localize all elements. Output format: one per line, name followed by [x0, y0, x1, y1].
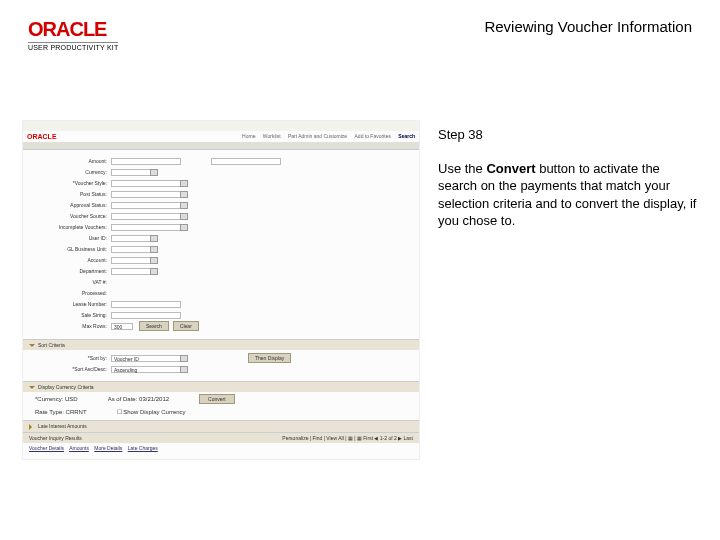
sel-incomplete[interactable]: [111, 224, 181, 231]
lbl-post: Post Status:: [35, 191, 111, 197]
dd-glbu-icon[interactable]: [150, 246, 158, 253]
val-ratetype: CRRNT: [66, 409, 87, 415]
ss-top-links: Home Worklist Part Admin and Customize A…: [232, 131, 419, 141]
lbl-lease: Lease Number:: [35, 301, 111, 307]
lbl-dept: Department:: [35, 268, 111, 274]
step-label: Step 38: [438, 126, 698, 144]
display-body: *Currency: USD As of Date: 03/21/2012 Co…: [23, 392, 419, 406]
ss-brand-row: ORACLE Home Worklist Part Admin and Cust…: [23, 131, 419, 142]
ss-oracle-logo: ORACLE: [23, 131, 61, 142]
dd-dept-icon[interactable]: [150, 268, 158, 275]
lbl-amount: Amount:: [35, 158, 111, 164]
tab-amounts[interactable]: Amounts: [69, 445, 89, 451]
step-text-bold: Convert: [486, 161, 535, 176]
dd-vstyle-icon[interactable]: [180, 180, 188, 187]
sel-sortby[interactable]: Voucher ID: [111, 355, 181, 362]
lbl-vsource: Voucher Source:: [35, 213, 111, 219]
ss-link-search[interactable]: Search: [398, 133, 415, 139]
display-body-2: Rate Type: CRRNT ☐ Show Display Currency: [23, 406, 419, 417]
instruction-panel: Step 38 Use the Convert button to activa…: [438, 120, 698, 460]
dd-incomplete-icon[interactable]: [180, 224, 188, 231]
val-disp-currency: USD: [65, 396, 78, 402]
header-bar: ORACLE USER PRODUCTIVITY KIT Reviewing V…: [28, 18, 692, 51]
page-title: Reviewing Voucher Information: [484, 18, 692, 35]
lbl-sale: Sale String:: [35, 312, 111, 318]
inp-dept[interactable]: [111, 268, 151, 275]
sort-body: *Sort by:Voucher ID Then Display *Sort A…: [23, 350, 419, 378]
sel-post[interactable]: [111, 191, 181, 198]
results-tabs: Voucher Details Amounts More Details Lat…: [23, 443, 419, 453]
inp-userid[interactable]: [111, 235, 151, 242]
step-text: Use the Convert button to activate the s…: [438, 160, 698, 230]
lbl-incomplete: Incomplete Vouchers:: [35, 224, 111, 230]
lbl-vat: VAT #:: [35, 279, 111, 285]
sect-display[interactable]: Display Currency Criteria: [23, 381, 419, 392]
lbl-approval: Approval Status:: [35, 202, 111, 208]
oracle-logo: ORACLE: [28, 18, 118, 41]
inp-maxrows[interactable]: 300: [111, 323, 133, 330]
inp-account[interactable]: [111, 257, 151, 264]
inp-lease[interactable]: [111, 301, 181, 308]
val-asof: 03/21/2012: [139, 396, 169, 402]
sect-late[interactable]: Late Interest Amounts: [23, 420, 419, 432]
dd-sortby-icon[interactable]: [180, 355, 188, 362]
lbl-showdisp[interactable]: Show Display Currency: [123, 409, 185, 415]
sel-approval[interactable]: [111, 202, 181, 209]
lbl-sortby: *Sort by:: [35, 355, 111, 361]
inp-glbu[interactable]: [111, 246, 151, 253]
lbl-currency: Currency:: [35, 169, 111, 175]
ss-link-fav[interactable]: Add to Favorites: [355, 133, 391, 139]
lbl-processed: Processed:: [35, 290, 111, 296]
collapse-icon: [29, 386, 35, 389]
ss-link-home[interactable]: Home: [242, 133, 255, 139]
collapse-icon: [29, 344, 35, 347]
sel-vstyle[interactable]: [111, 180, 181, 187]
dd-account-icon[interactable]: [150, 257, 158, 264]
dd-approval-icon[interactable]: [180, 202, 188, 209]
step-text-before: Use the: [438, 161, 486, 176]
ss-subheader: [23, 142, 419, 150]
ss-breadcrumb-bar: [23, 121, 419, 131]
lbl-ratetype: Rate Type:: [35, 409, 64, 415]
inp-sale[interactable]: [111, 312, 181, 319]
lbl-vstyle: *Voucher Style:: [35, 180, 111, 186]
lbl-glbu: GL Business Unit:: [35, 246, 111, 252]
sel-vsource[interactable]: [111, 213, 181, 220]
inp-amount[interactable]: [111, 158, 181, 165]
tab-voucher-details[interactable]: Voucher Details: [29, 445, 64, 451]
app-screenshot: ORACLE Home Worklist Part Admin and Cust…: [22, 120, 420, 460]
logo-block: ORACLE USER PRODUCTIVITY KIT: [28, 18, 118, 51]
dd-userid-icon[interactable]: [150, 235, 158, 242]
lbl-asof: As of Date:: [108, 396, 138, 402]
content-area: ORACLE Home Worklist Part Admin and Cust…: [22, 120, 698, 460]
dd-currency-icon[interactable]: [150, 169, 158, 176]
results-nav[interactable]: Personalize | Find | View All | ▦ | ▦ Fi…: [282, 435, 413, 441]
sel-sortasc[interactable]: Ascending: [111, 366, 181, 373]
dd-vsource-icon[interactable]: [180, 213, 188, 220]
sect-results: Voucher Inquiry Results Personalize | Fi…: [23, 432, 419, 443]
ss-search-form: Amount: Currency: *Voucher Style: Post S…: [23, 150, 419, 336]
ss-link-worklist[interactable]: Worklist: [263, 133, 281, 139]
dd-post-icon[interactable]: [180, 191, 188, 198]
btn-clear[interactable]: Clear: [173, 321, 199, 331]
dd-sortasc-icon[interactable]: [180, 366, 188, 373]
sect-sort[interactable]: Sort Criteria: [23, 339, 419, 350]
lbl-account: Account:: [35, 257, 111, 263]
btn-then-display[interactable]: Then Display: [248, 353, 291, 363]
btn-search[interactable]: Search: [139, 321, 169, 331]
lbl-sortasc: *Sort Asc/Desc:: [35, 366, 111, 372]
upk-subbrand: USER PRODUCTIVITY KIT: [28, 42, 118, 51]
btn-convert[interactable]: Convert: [199, 394, 235, 404]
tab-late-charges[interactable]: Late Charges: [128, 445, 158, 451]
ss-link-admin[interactable]: Part Admin and Customize: [288, 133, 347, 139]
expand-icon: [29, 424, 35, 430]
tab-more-details[interactable]: More Details: [94, 445, 122, 451]
lbl-maxrows: Max Rows:: [35, 323, 111, 329]
lbl-userid: User ID:: [35, 235, 111, 241]
inp-currency[interactable]: [111, 169, 151, 176]
results-title: Voucher Inquiry Results: [29, 435, 82, 441]
lbl-disp-currency: *Currency:: [35, 396, 63, 402]
inp-amount-to[interactable]: [211, 158, 281, 165]
